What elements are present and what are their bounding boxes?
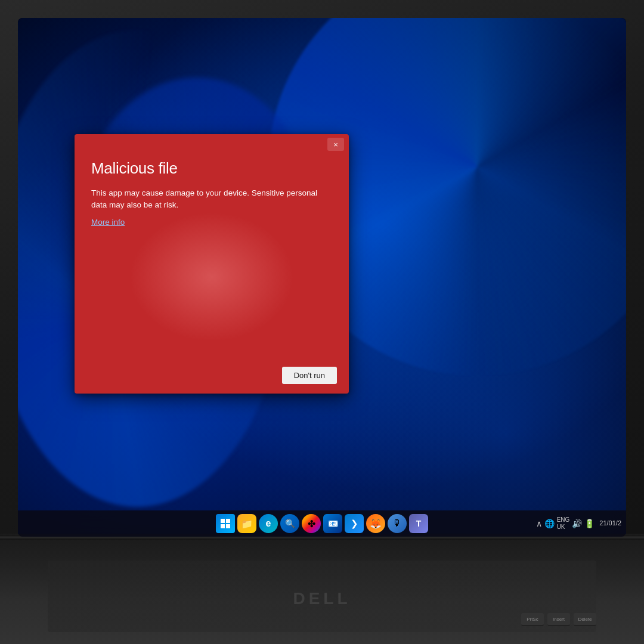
taskbar-microphone[interactable]: 🎙 — [388, 514, 407, 533]
taskbar-teams[interactable]: T — [409, 514, 428, 533]
system-clock[interactable]: 21/01/2 — [599, 519, 621, 528]
delete-key[interactable]: Delete — [574, 613, 596, 626]
dialog-title: Malicious file — [91, 159, 332, 178]
tray-volume-icon[interactable]: 🔊 — [572, 519, 582, 528]
dialog-message: This app may cause damage to your device… — [91, 187, 332, 212]
dont-run-button[interactable]: Don't run — [282, 367, 337, 384]
svg-rect-3 — [226, 524, 230, 528]
tray-battery-icon[interactable]: 🔋 — [584, 519, 595, 528]
taskbar-cortana[interactable]: 🔍 — [280, 514, 299, 533]
dialog-close-button[interactable]: × — [327, 138, 344, 151]
keyboard-area — [48, 561, 596, 632]
more-info-link[interactable]: More info — [91, 218, 332, 227]
taskbar-file-explorer[interactable]: 📁 — [237, 514, 256, 533]
taskbar-tray: ∧ 🌐 ENGUK 🔊 🔋 21/01/2 — [536, 516, 621, 531]
taskbar-center: 📁 e 🔍 ✤ 📧 ❯ — [216, 514, 428, 533]
prtsc-key[interactable]: PrtSc — [521, 613, 544, 626]
laptop-bottom-bezel: DELL PrtSc Insert Delete — [0, 534, 644, 644]
svg-rect-0 — [221, 519, 225, 523]
dialog-titlebar: × — [75, 134, 349, 154]
taskbar-start-button[interactable] — [216, 514, 235, 533]
laptop-shell: × Malicious file This app may cause dama… — [0, 0, 644, 644]
taskbar: 📁 e 🔍 ✤ 📧 ❯ — [18, 510, 626, 537]
keyboard-key-row: PrtSc Insert Delete — [521, 613, 596, 626]
svg-rect-2 — [221, 524, 225, 528]
insert-key[interactable]: Insert — [547, 613, 570, 626]
tray-chevron-icon[interactable]: ∧ — [536, 519, 542, 528]
tray-icons: ∧ 🌐 ENGUK 🔊 🔋 — [536, 516, 595, 531]
taskbar-vscode[interactable]: ❯ — [345, 514, 364, 533]
tray-network-icon[interactable]: 🌐 — [544, 519, 555, 528]
dialog-footer: Don't run — [282, 367, 337, 384]
malicious-file-dialog: × Malicious file This app may cause dama… — [75, 134, 349, 394]
screen-area: × Malicious file This app may cause dama… — [18, 18, 626, 537]
taskbar-edge[interactable]: e — [259, 514, 278, 533]
dialog-content: Malicious file This app may cause damage… — [75, 154, 349, 236]
tray-language-icon[interactable]: ENGUK — [557, 516, 570, 531]
taskbar-outlook[interactable]: 📧 — [323, 514, 342, 533]
taskbar-firefox[interactable]: 🦊 — [366, 514, 385, 533]
taskbar-photos[interactable]: ✤ — [302, 514, 321, 533]
svg-rect-1 — [226, 519, 230, 523]
